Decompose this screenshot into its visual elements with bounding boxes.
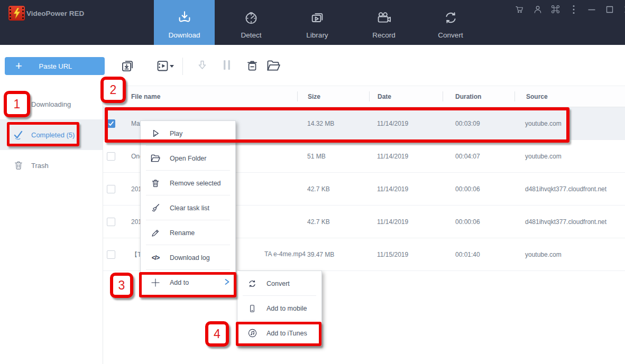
- rename-pencil-icon: [150, 228, 161, 238]
- annotation-step-1: 1: [4, 91, 30, 117]
- file-date: 11/14/2019: [377, 185, 408, 193]
- app-logo-icon: [8, 6, 25, 21]
- sidebar-item-trash[interactable]: Trash: [0, 150, 103, 181]
- trash-icon: [150, 179, 161, 188]
- convert-icon: [246, 279, 258, 288]
- menu-item-rename[interactable]: Rename: [141, 220, 235, 245]
- videopower-window: VideoPower RED Download Detect Library: [0, 0, 625, 364]
- toolbar-divider: [182, 58, 183, 75]
- account-icon[interactable]: [532, 4, 543, 15]
- file-duration: 00:01:40: [455, 251, 480, 258]
- col-source[interactable]: Source: [526, 93, 548, 100]
- convert-icon: [443, 10, 458, 25]
- file-source: d481ihvqkt377.cloudfront.net: [525, 185, 606, 193]
- file-date: 11/14/2019: [377, 153, 408, 160]
- annotation-box-add-to: [139, 272, 236, 297]
- chevron-down-icon[interactable]: [170, 65, 174, 68]
- col-date[interactable]: Date: [378, 93, 391, 100]
- annotation-box-completed: [7, 122, 79, 146]
- remove-task-icon[interactable]: [245, 59, 259, 72]
- more-menu-icon[interactable]: [568, 4, 579, 15]
- tab-library[interactable]: Library: [288, 0, 346, 45]
- file-source: d481ihvqkt377.cloudfront.net: [525, 218, 606, 226]
- file-date: 11/15/2019: [377, 251, 408, 258]
- video-format-icon[interactable]: [155, 59, 170, 73]
- file-size: 39.47 MB: [307, 251, 334, 258]
- checkbox[interactable]: [107, 250, 115, 259]
- minimize-button[interactable]: [586, 4, 597, 15]
- tab-detect[interactable]: Detect: [222, 0, 280, 45]
- tab-label: Record: [372, 31, 396, 39]
- tab-label: Convert: [438, 31, 463, 39]
- checkbox[interactable]: [107, 185, 115, 193]
- lightning-bolt-icon: [13, 8, 21, 18]
- context-menu: Play Open Folder Remove selected: [140, 120, 236, 295]
- open-folder-icon: [150, 153, 161, 163]
- plus-icon: +: [15, 60, 22, 72]
- tab-label: Download: [168, 31, 200, 39]
- submenu-item-convert[interactable]: Convert: [237, 271, 321, 296]
- table-header: File name Size Date Duration Source: [103, 86, 625, 107]
- download-icon: [177, 10, 192, 25]
- record-icon: [376, 11, 392, 25]
- broom-icon: [150, 203, 161, 213]
- open-folder-icon[interactable]: [266, 59, 282, 72]
- batch-download-icon[interactable]: [121, 59, 135, 73]
- trash-icon: [13, 160, 24, 171]
- col-file-name[interactable]: File name: [131, 93, 160, 100]
- col-duration[interactable]: Duration: [455, 93, 481, 100]
- file-source: youtube.com: [525, 153, 562, 160]
- tab-record[interactable]: Record: [355, 0, 413, 45]
- mobile-phone-icon: [246, 304, 258, 313]
- pause-icon: [223, 59, 231, 73]
- tab-download[interactable]: Download: [154, 0, 215, 45]
- sidebar-item-label: Downloading: [31, 100, 71, 108]
- file-size: 42.7 KB: [307, 218, 330, 226]
- sidebar-item-label: Trash: [31, 162, 49, 170]
- file-size: 51 MB: [307, 153, 326, 160]
- checkbox[interactable]: [107, 152, 115, 161]
- toolbar: + Paste URL: [0, 45, 625, 86]
- file-duration: 00:04:07: [455, 153, 480, 160]
- tab-label: Detect: [241, 31, 261, 39]
- col-size[interactable]: Size: [308, 93, 320, 100]
- menu-item-remove-selected[interactable]: Remove selected: [141, 171, 235, 195]
- file-name-suffix: TA e-4me.mp4: [264, 250, 306, 257]
- maximize-button[interactable]: [604, 4, 615, 15]
- code-icon: </>: [150, 254, 161, 262]
- app-title: VideoPower RED: [26, 10, 84, 17]
- checkbox[interactable]: [107, 218, 115, 226]
- detect-icon: [244, 11, 259, 25]
- annotation-step-3: 3: [110, 273, 133, 298]
- resume-download-icon: [196, 59, 209, 72]
- menu-item-download-log[interactable]: </> Download log: [141, 245, 235, 270]
- submenu-item-add-to-mobile[interactable]: Add to mobile: [237, 296, 321, 321]
- menu-item-clear-task-list[interactable]: Clear task list: [141, 195, 235, 220]
- file-source: youtube.com: [525, 251, 562, 258]
- annotation-box-selected-row: [105, 107, 569, 143]
- menu-item-open-folder[interactable]: Open Folder: [141, 146, 235, 171]
- annotation-box-add-to-itunes: [236, 322, 321, 346]
- apps-icon[interactable]: [550, 4, 561, 15]
- close-button[interactable]: [622, 4, 625, 15]
- file-duration: 00:00:06: [455, 218, 480, 226]
- cart-icon[interactable]: [514, 4, 525, 15]
- tab-convert[interactable]: Convert: [421, 0, 480, 45]
- tab-label: Library: [306, 31, 328, 39]
- library-icon: [310, 11, 325, 25]
- annotation-step-2: 2: [100, 77, 126, 103]
- title-bar: VideoPower RED Download Detect Library: [0, 0, 625, 45]
- annotation-step-4: 4: [205, 321, 229, 347]
- file-size: 42.7 KB: [307, 185, 330, 193]
- paste-url-label: Paste URL: [22, 62, 89, 70]
- file-duration: 00:00:06: [455, 185, 480, 193]
- paste-url-button[interactable]: + Paste URL: [5, 57, 105, 75]
- window-controls: [514, 4, 625, 15]
- file-date: 11/14/2019: [377, 218, 408, 226]
